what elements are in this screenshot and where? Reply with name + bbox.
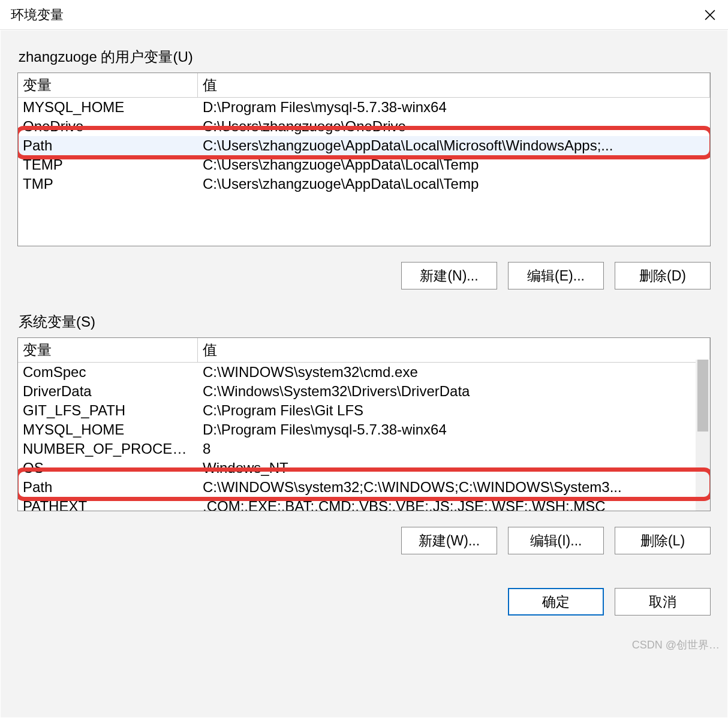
header-variable[interactable]: 变量 <box>18 338 198 362</box>
close-button[interactable] <box>692 0 728 30</box>
system-vars-label: 系统变量(S) <box>19 312 711 331</box>
cell-variable: OneDrive <box>18 117 198 136</box>
table-row[interactable]: TEMPC:\Users\zhangzuoge\AppData\Local\Te… <box>18 155 710 174</box>
system-vars-header: 变量 值 <box>18 338 710 363</box>
cell-variable: DriverData <box>18 382 198 401</box>
cell-variable: TMP <box>18 174 198 194</box>
table-row[interactable]: TMPC:\Users\zhangzuoge\AppData\Local\Tem… <box>18 174 710 194</box>
table-row[interactable]: OneDriveC:\Users\zhangzuoge\OneDrive <box>18 117 710 136</box>
system-scrollbar[interactable] <box>696 360 710 511</box>
scrollbar-thumb[interactable] <box>697 360 708 432</box>
cell-variable: OS <box>18 458 198 478</box>
table-row[interactable]: MYSQL_HOMED:\Program Files\mysql-5.7.38-… <box>18 420 710 439</box>
cell-value: .COM;.EXE;.BAT;.CMD;.VBS;.VBE;.JS;.JSE;.… <box>198 497 710 511</box>
system-vars-buttons: 新建(W)... 编辑(I)... 删除(L) <box>17 527 711 554</box>
cell-variable: TEMP <box>18 155 198 174</box>
cell-value: Windows_NT <box>198 458 710 478</box>
table-row[interactable]: PATHEXT.COM;.EXE;.BAT;.CMD;.VBS;.VBE;.JS… <box>18 497 710 511</box>
user-new-button[interactable]: 新建(N)... <box>401 262 497 289</box>
cell-variable: Path <box>18 136 198 155</box>
cell-variable: Path <box>18 478 198 497</box>
system-new-button[interactable]: 新建(W)... <box>401 527 497 554</box>
cell-variable: GIT_LFS_PATH <box>18 401 198 420</box>
cell-variable: NUMBER_OF_PROCESSORS <box>18 439 198 458</box>
cell-value: C:\WINDOWS\system32\cmd.exe <box>198 363 710 382</box>
table-row[interactable]: OSWindows_NT <box>18 458 710 478</box>
user-vars-buttons: 新建(N)... 编辑(E)... 删除(D) <box>17 262 711 289</box>
cell-value: C:\WINDOWS\system32;C:\WINDOWS;C:\WINDOW… <box>198 478 710 497</box>
dialog-content: zhangzuoge 的用户变量(U) 变量 值 MYSQL_HOMED:\Pr… <box>0 30 728 718</box>
cell-value: D:\Program Files\mysql-5.7.38-winx64 <box>198 98 710 117</box>
close-icon <box>705 10 715 20</box>
header-value[interactable]: 值 <box>198 338 710 362</box>
cell-variable: MYSQL_HOME <box>18 98 198 117</box>
table-row[interactable]: MYSQL_HOMED:\Program Files\mysql-5.7.38-… <box>18 98 710 117</box>
user-vars-label: zhangzuoge 的用户变量(U) <box>19 47 711 67</box>
window-title: 环境变量 <box>11 6 64 24</box>
user-vars-listbox[interactable]: 变量 值 MYSQL_HOMED:\Program Files\mysql-5.… <box>17 73 711 246</box>
env-vars-window: 环境变量 zhangzuoge 的用户变量(U) 变量 值 MYSQL_HOME… <box>0 0 728 718</box>
user-edit-button[interactable]: 编辑(E)... <box>508 262 604 289</box>
system-delete-button[interactable]: 删除(L) <box>615 527 711 554</box>
cell-value: C:\Windows\System32\Drivers\DriverData <box>198 382 710 401</box>
system-vars-body: ComSpecC:\WINDOWS\system32\cmd.exeDriver… <box>18 363 710 511</box>
system-vars-listbox[interactable]: 变量 值 ComSpecC:\WINDOWS\system32\cmd.exeD… <box>17 337 711 511</box>
cell-value: C:\Users\zhangzuoge\AppData\Local\Micros… <box>198 136 710 155</box>
user-delete-button[interactable]: 删除(D) <box>615 262 711 289</box>
cell-variable: PATHEXT <box>18 497 198 511</box>
cell-value: C:\Program Files\Git LFS <box>198 401 710 420</box>
cell-variable: MYSQL_HOME <box>18 420 198 439</box>
titlebar: 环境变量 <box>0 0 728 30</box>
user-vars-header: 变量 值 <box>18 73 710 98</box>
header-value[interactable]: 值 <box>198 73 710 97</box>
table-row[interactable]: ComSpecC:\WINDOWS\system32\cmd.exe <box>18 363 710 382</box>
table-row[interactable]: PathC:\Users\zhangzuoge\AppData\Local\Mi… <box>18 136 710 155</box>
cell-value: 8 <box>198 439 710 458</box>
header-variable[interactable]: 变量 <box>18 73 198 97</box>
dialog-footer: 确定 取消 <box>17 566 711 616</box>
cancel-button[interactable]: 取消 <box>615 588 711 616</box>
system-edit-button[interactable]: 编辑(I)... <box>508 527 604 554</box>
ok-button[interactable]: 确定 <box>508 588 604 616</box>
table-row[interactable]: NUMBER_OF_PROCESSORS8 <box>18 439 710 458</box>
cell-value: C:\Users\zhangzuoge\AppData\Local\Temp <box>198 155 710 174</box>
user-vars-body: MYSQL_HOMED:\Program Files\mysql-5.7.38-… <box>18 98 710 194</box>
table-row[interactable]: GIT_LFS_PATHC:\Program Files\Git LFS <box>18 401 710 420</box>
table-row[interactable]: PathC:\WINDOWS\system32;C:\WINDOWS;C:\WI… <box>18 478 710 497</box>
table-row[interactable]: DriverDataC:\Windows\System32\Drivers\Dr… <box>18 382 710 401</box>
cell-value: C:\Users\zhangzuoge\OneDrive <box>198 117 710 136</box>
cell-variable: ComSpec <box>18 363 198 382</box>
cell-value: C:\Users\zhangzuoge\AppData\Local\Temp <box>198 174 710 194</box>
cell-value: D:\Program Files\mysql-5.7.38-winx64 <box>198 420 710 439</box>
